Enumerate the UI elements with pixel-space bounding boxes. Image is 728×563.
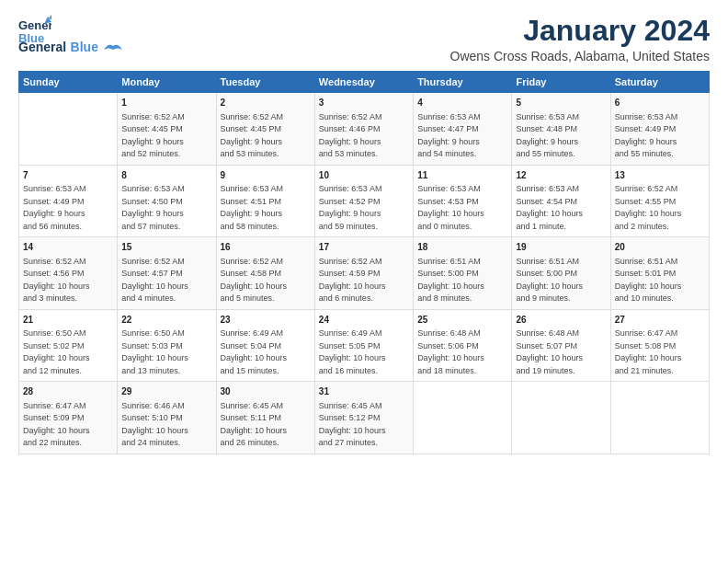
calendar-cell: 28Sunrise: 6:47 AMSunset: 5:09 PMDayligh… bbox=[19, 382, 118, 454]
cell-info: Sunset: 5:12 PM bbox=[319, 412, 409, 425]
cell-info: Sunset: 5:03 PM bbox=[121, 340, 211, 353]
cell-info: Sunrise: 6:51 AM bbox=[615, 256, 705, 269]
cell-info: Sunrise: 6:53 AM bbox=[516, 111, 606, 124]
cell-info: Sunrise: 6:47 AM bbox=[23, 400, 113, 413]
cell-info: and 55 minutes. bbox=[615, 148, 705, 161]
cell-info: Daylight: 9 hours bbox=[221, 136, 311, 149]
cell-info: and 58 minutes. bbox=[221, 221, 311, 234]
cell-info: Daylight: 10 hours bbox=[221, 281, 311, 293]
header-cell-monday: Monday bbox=[118, 72, 216, 93]
week-row-2: 7Sunrise: 6:53 AMSunset: 4:49 PMDaylight… bbox=[19, 165, 710, 237]
cell-info: Sunset: 5:01 PM bbox=[615, 268, 705, 281]
header: General Blue General Blue January 2024 O… bbox=[18, 15, 710, 63]
calendar-cell: 29Sunrise: 6:46 AMSunset: 5:10 PMDayligh… bbox=[118, 382, 216, 454]
day-number: 22 bbox=[121, 314, 211, 327]
calendar-cell: 19Sunrise: 6:51 AMSunset: 5:00 PMDayligh… bbox=[512, 237, 610, 310]
cell-info: Sunrise: 6:50 AM bbox=[121, 327, 211, 340]
cell-info: Sunset: 5:04 PM bbox=[221, 340, 311, 353]
cell-info: and 52 minutes. bbox=[121, 148, 211, 161]
cell-info: Sunset: 4:49 PM bbox=[615, 123, 705, 136]
page: General Blue General Blue January 2024 O… bbox=[0, 0, 728, 563]
cell-info: Sunrise: 6:48 AM bbox=[417, 327, 507, 340]
logo: General Blue General Blue bbox=[18, 15, 122, 55]
cell-info: Sunset: 5:02 PM bbox=[23, 340, 113, 353]
cell-info: Sunrise: 6:51 AM bbox=[516, 256, 606, 269]
cell-info: Sunset: 4:55 PM bbox=[615, 196, 705, 209]
cell-info: and 1 minute. bbox=[516, 221, 606, 234]
cell-info: Daylight: 10 hours bbox=[417, 352, 507, 365]
calendar-cell: 17Sunrise: 6:52 AMSunset: 4:59 PMDayligh… bbox=[314, 237, 413, 310]
cell-info: and 16 minutes. bbox=[319, 365, 409, 378]
day-number: 29 bbox=[121, 385, 211, 399]
cell-info: Sunrise: 6:45 AM bbox=[319, 400, 409, 413]
cell-info: Sunrise: 6:45 AM bbox=[221, 400, 311, 413]
day-number: 14 bbox=[23, 241, 113, 255]
cell-info: Daylight: 10 hours bbox=[516, 208, 606, 221]
cell-info: and 26 minutes. bbox=[221, 437, 311, 450]
calendar-cell: 4Sunrise: 6:53 AMSunset: 4:47 PMDaylight… bbox=[414, 93, 512, 166]
day-number: 23 bbox=[221, 314, 311, 327]
day-number: 25 bbox=[417, 314, 507, 327]
cell-info: Sunrise: 6:52 AM bbox=[23, 256, 113, 269]
calendar-cell: 13Sunrise: 6:52 AMSunset: 4:55 PMDayligh… bbox=[610, 165, 709, 237]
cell-info: Sunrise: 6:53 AM bbox=[221, 183, 311, 196]
header-cell-saturday: Saturday bbox=[610, 72, 709, 93]
cell-info: Sunset: 4:52 PM bbox=[319, 196, 409, 209]
calendar-cell: 10Sunrise: 6:53 AMSunset: 4:52 PMDayligh… bbox=[314, 165, 413, 237]
cell-info: Sunset: 4:45 PM bbox=[121, 123, 211, 136]
cell-info: and 8 minutes. bbox=[417, 293, 507, 305]
bird-icon bbox=[104, 42, 122, 53]
week-row-3: 14Sunrise: 6:52 AMSunset: 4:56 PMDayligh… bbox=[19, 237, 710, 310]
cell-info: Sunrise: 6:53 AM bbox=[615, 111, 705, 124]
cell-info: and 15 minutes. bbox=[221, 365, 311, 378]
calendar-table: SundayMondayTuesdayWednesdayThursdayFrid… bbox=[18, 71, 710, 454]
calendar-cell: 30Sunrise: 6:45 AMSunset: 5:11 PMDayligh… bbox=[216, 382, 314, 454]
day-number: 19 bbox=[516, 241, 606, 255]
cell-info: and 27 minutes. bbox=[319, 437, 409, 450]
cell-info: Sunrise: 6:52 AM bbox=[121, 256, 211, 269]
cell-info: Daylight: 10 hours bbox=[319, 281, 409, 293]
cell-info: Daylight: 9 hours bbox=[516, 136, 606, 149]
cell-info: Sunset: 4:47 PM bbox=[417, 123, 507, 136]
title-block: January 2024 Owens Cross Roads, Alabama,… bbox=[450, 15, 710, 63]
header-cell-thursday: Thursday bbox=[414, 72, 512, 93]
header-cell-friday: Friday bbox=[512, 72, 610, 93]
cell-info: Sunset: 4:58 PM bbox=[221, 268, 311, 281]
cell-info: Sunrise: 6:50 AM bbox=[23, 327, 113, 340]
cell-info: Daylight: 10 hours bbox=[121, 352, 211, 365]
cell-info: Sunset: 4:59 PM bbox=[319, 268, 409, 281]
cell-info: and 6 minutes. bbox=[319, 293, 409, 305]
cell-info: and 56 minutes. bbox=[23, 221, 113, 234]
header-cell-tuesday: Tuesday bbox=[216, 72, 314, 93]
cell-info: and 0 minutes. bbox=[417, 221, 507, 234]
calendar-cell: 31Sunrise: 6:45 AMSunset: 5:12 PMDayligh… bbox=[314, 382, 413, 454]
header-cell-sunday: Sunday bbox=[19, 72, 118, 93]
cell-info: Daylight: 10 hours bbox=[417, 281, 507, 293]
cell-info: and 53 minutes. bbox=[319, 148, 409, 161]
calendar-cell bbox=[610, 382, 709, 454]
cell-info: and 24 minutes. bbox=[121, 437, 211, 450]
day-number: 24 bbox=[319, 314, 409, 327]
cell-info: Sunrise: 6:53 AM bbox=[417, 183, 507, 196]
week-row-5: 28Sunrise: 6:47 AMSunset: 5:09 PMDayligh… bbox=[19, 382, 710, 454]
svg-text:Blue: Blue bbox=[18, 31, 44, 45]
cell-info: Sunset: 4:50 PM bbox=[121, 196, 211, 209]
week-row-4: 21Sunrise: 6:50 AMSunset: 5:02 PMDayligh… bbox=[19, 309, 710, 382]
day-number: 11 bbox=[417, 169, 507, 183]
day-number: 21 bbox=[23, 314, 113, 327]
cell-info: Daylight: 10 hours bbox=[23, 352, 113, 365]
cell-info: Sunrise: 6:52 AM bbox=[221, 256, 311, 269]
cell-info: and 57 minutes. bbox=[121, 221, 211, 234]
cell-info: Sunrise: 6:52 AM bbox=[319, 256, 409, 269]
header-row: SundayMondayTuesdayWednesdayThursdayFrid… bbox=[19, 72, 710, 93]
day-number: 5 bbox=[516, 97, 606, 110]
cell-info: Sunrise: 6:53 AM bbox=[121, 183, 211, 196]
calendar-cell: 15Sunrise: 6:52 AMSunset: 4:57 PMDayligh… bbox=[118, 237, 216, 310]
cell-info: Sunrise: 6:53 AM bbox=[417, 111, 507, 124]
cell-info: and 59 minutes. bbox=[319, 221, 409, 234]
cell-info: Sunrise: 6:52 AM bbox=[221, 111, 311, 124]
day-number: 1 bbox=[121, 97, 211, 110]
cell-info: and 4 minutes. bbox=[121, 293, 211, 305]
cell-info: Daylight: 9 hours bbox=[319, 136, 409, 149]
cell-info: Daylight: 10 hours bbox=[23, 281, 113, 293]
